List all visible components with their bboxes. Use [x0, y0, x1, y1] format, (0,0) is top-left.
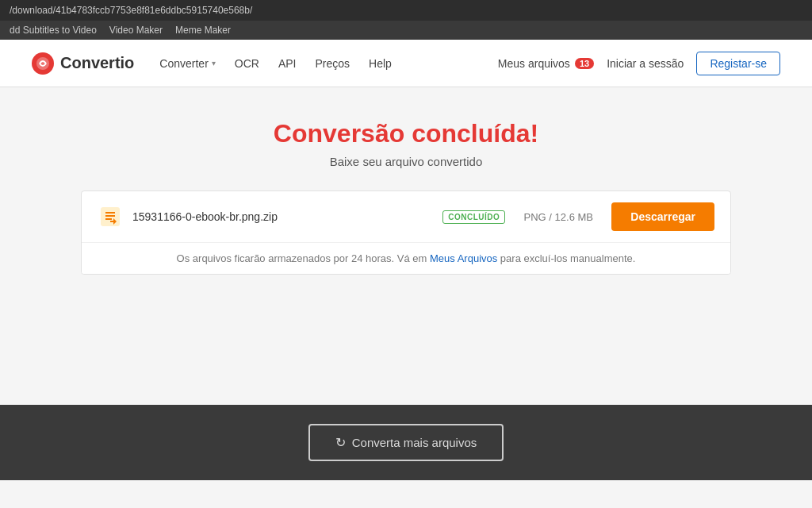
- url-text: /download/41b4783fccb7753e8f81e6ddbc5915…: [10, 5, 252, 16]
- convert-more-button[interactable]: ↻ Converta mais arquivos: [308, 424, 504, 461]
- nav-converter[interactable]: Converter ▾: [159, 54, 215, 73]
- signin-button[interactable]: Iniciar a sessão: [607, 57, 684, 70]
- browser-address-bar: /download/41b4783fccb7753e8f81e6ddbc5915…: [0, 0, 812, 21]
- my-files-link[interactable]: Meus Arquivos: [430, 252, 497, 264]
- file-name: 15931166-0-ebook-br.png.zip: [132, 210, 433, 223]
- logo-icon: [32, 52, 54, 75]
- bookmark-add-subtitles[interactable]: dd Subtitles to Video: [10, 25, 97, 36]
- logo[interactable]: Convertio: [32, 52, 134, 75]
- file-card: 15931166-0-ebook-br.png.zip CONCLUÍDO PN…: [81, 190, 731, 275]
- storage-note: Os arquivos ficarão armazenados por 24 h…: [82, 242, 730, 274]
- success-subtitle: Baixe seu arquivo convertido: [81, 155, 731, 168]
- navigation: Converter ▾ OCR API Preços Help: [159, 54, 472, 73]
- bookmark-meme-maker[interactable]: Meme Maker: [175, 25, 231, 36]
- logo-text: Convertio: [60, 54, 134, 72]
- bookmarks-bar: dd Subtitles to Video Video Maker Meme M…: [0, 21, 812, 40]
- conversion-container: Conversão concluída! Baixe seu arquivo c…: [81, 119, 731, 275]
- header: Convertio Converter ▾ OCR API Preços Hel…: [0, 40, 812, 87]
- file-row: 15931166-0-ebook-br.png.zip CONCLUÍDO PN…: [82, 191, 730, 242]
- my-files-badge: 13: [575, 58, 594, 69]
- nav-right: Meus arquivos 13 Iniciar a sessão Regist…: [498, 52, 780, 75]
- nav-precos[interactable]: Preços: [316, 54, 350, 73]
- file-info: PNG / 12.6 MB: [515, 211, 602, 223]
- file-icon: [98, 204, 123, 229]
- chevron-down-icon: ▾: [212, 59, 216, 67]
- download-button[interactable]: Descarregar: [611, 202, 714, 231]
- my-files-button[interactable]: Meus arquivos 13: [498, 57, 594, 70]
- main-content: Conversão concluída! Baixe seu arquivo c…: [0, 87, 812, 405]
- svg-point-0: [36, 57, 49, 70]
- status-badge: CONCLUÍDO: [442, 210, 505, 224]
- convert-more-area: ↻ Converta mais arquivos: [0, 405, 812, 480]
- refresh-icon: ↻: [335, 435, 346, 450]
- bookmark-video-maker[interactable]: Video Maker: [109, 25, 163, 36]
- success-title: Conversão concluída!: [81, 119, 731, 148]
- nav-help[interactable]: Help: [369, 54, 392, 73]
- nav-ocr[interactable]: OCR: [235, 54, 259, 73]
- nav-api[interactable]: API: [278, 54, 297, 73]
- register-button[interactable]: Registar-se: [696, 52, 780, 75]
